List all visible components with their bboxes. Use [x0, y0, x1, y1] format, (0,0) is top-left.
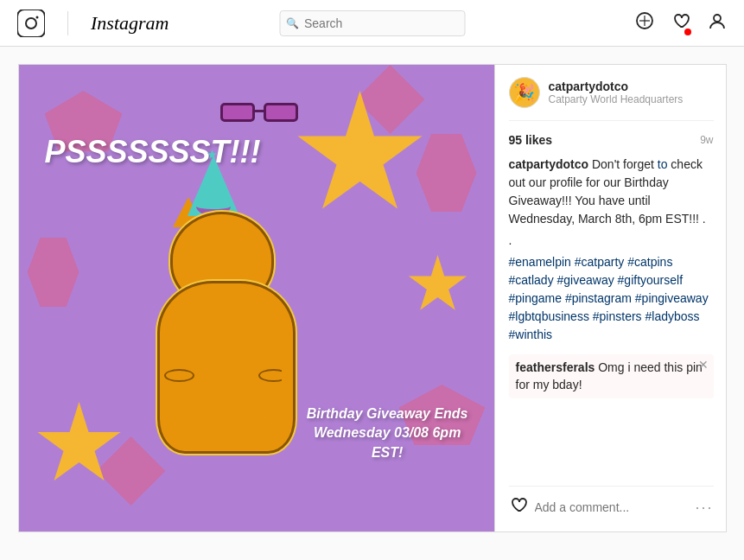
header-divider — [67, 11, 68, 35]
cat-glasses — [216, 101, 320, 127]
post-image: PSSSSSSST!!! — [19, 65, 494, 531]
post-sidebar: 🎉 catpartydotco Catparty World Headquart… — [494, 65, 728, 531]
header: Instagram 🔍 — [0, 0, 744, 47]
likes-count: 95 likes — [509, 133, 553, 147]
comment-close-button[interactable]: ✕ — [698, 358, 709, 372]
svg-point-6 — [714, 15, 721, 22]
post-actions: ··· — [509, 486, 714, 519]
search-input[interactable] — [279, 10, 465, 36]
caption-dot: . — [509, 232, 714, 250]
profile-icon[interactable] — [708, 11, 727, 35]
main-content: PSSSSSSST!!! — [0, 47, 744, 550]
caption-text-1: Don't forget — [588, 157, 658, 171]
app-title: Instagram — [91, 12, 169, 35]
post-container: PSSSSSSST!!! — [18, 64, 727, 532]
avatar-emoji: 🎉 — [513, 82, 535, 103]
search-bar: 🔍 — [279, 10, 465, 36]
comment-text: feathersferals Omg i need this pin for m… — [516, 360, 703, 391]
user-tagline: Catparty World Headquarters — [549, 93, 684, 105]
time-ago: 9w — [700, 134, 713, 146]
caption-link[interactable]: to — [658, 157, 668, 171]
likes-row: 95 likes 9w — [509, 133, 714, 147]
caption-username[interactable]: catpartydotco — [509, 157, 589, 171]
more-options-button[interactable]: ··· — [695, 499, 713, 517]
glass-left — [220, 103, 255, 122]
cat-tail — [245, 356, 289, 425]
glass-right — [264, 103, 298, 122]
comment-username[interactable]: feathersferals — [516, 360, 595, 374]
party-hat — [188, 156, 239, 216]
add-comment-row: ··· — [509, 495, 714, 519]
search-icon: 🔍 — [286, 17, 299, 29]
logo-area: Instagram — [17, 10, 169, 37]
image-text-bottom: Birthday Giveaway Ends Wednesday 03/08 6… — [307, 404, 468, 462]
caption-hashtags[interactable]: #enamelpin #catparty #catpins #catlady #… — [509, 255, 709, 341]
header-actions — [635, 11, 727, 35]
compass-icon[interactable] — [635, 11, 654, 35]
comment-block: feathersferals Omg i need this pin for m… — [509, 354, 714, 398]
avatar[interactable]: 🎉 — [509, 77, 540, 108]
username[interactable]: catpartydotco — [549, 80, 684, 93]
svg-point-1 — [26, 18, 36, 29]
instagram-logo-icon — [17, 10, 45, 37]
cat-body — [157, 281, 296, 454]
notification-dot — [684, 29, 691, 35]
cat-pin-illustration — [131, 194, 330, 454]
comment-input[interactable] — [535, 500, 689, 514]
post-user-header: 🎉 catpartydotco Catparty World Headquart… — [509, 77, 714, 121]
notifications-heart-icon[interactable] — [671, 11, 690, 35]
like-button[interactable] — [509, 495, 528, 519]
user-info: catpartydotco Catparty World Headquarter… — [549, 80, 684, 105]
post-caption: catpartydotco Don't forget to check out … — [509, 156, 714, 344]
cat-arm-left — [164, 369, 194, 382]
svg-point-2 — [36, 16, 39, 18]
svg-rect-0 — [17, 10, 45, 37]
